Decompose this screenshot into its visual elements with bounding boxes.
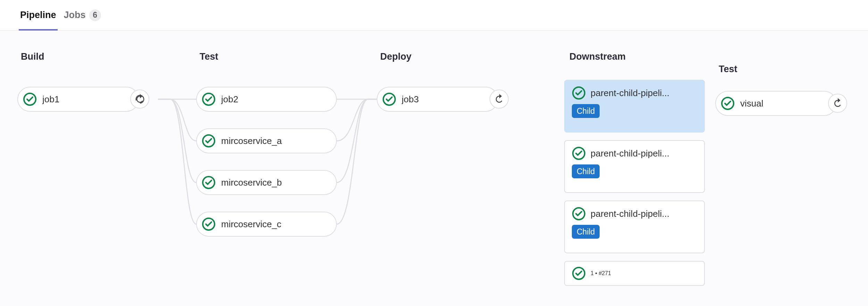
downstream-label: parent-child-pipeli... — [591, 88, 669, 99]
job-label: job1 — [42, 94, 132, 105]
status-success-icon — [572, 207, 586, 221]
status-success-icon — [23, 92, 37, 106]
status-success-icon — [572, 86, 586, 100]
downstream-label: parent-child-pipeli... — [591, 148, 669, 159]
tab-pipeline-label: Pipeline — [20, 10, 56, 20]
job-label: mircoservice_c — [221, 219, 330, 230]
stage-title-test: Test — [200, 51, 218, 62]
job-pill-visual[interactable]: visual — [715, 91, 837, 116]
tab-jobs[interactable]: Jobs 6 — [64, 0, 101, 30]
job-label: mircoservice_b — [221, 177, 330, 188]
status-success-icon — [202, 176, 216, 189]
status-success-icon — [202, 134, 216, 148]
job-label: mircoservice_a — [221, 136, 330, 146]
child-badge: Child — [572, 164, 600, 178]
downstream-card-2[interactable]: parent-child-pipeli... Child — [564, 140, 705, 193]
status-success-icon — [202, 92, 216, 106]
pipeline-tabs: Pipeline Jobs 6 — [0, 0, 868, 31]
job-pill-job3[interactable]: job3 — [377, 87, 498, 112]
tab-pipeline[interactable]: Pipeline — [20, 0, 56, 30]
status-success-icon — [382, 92, 396, 106]
status-success-icon — [572, 146, 586, 160]
pipeline-graph: Build Test Deploy Downstream Test job1 j… — [0, 31, 868, 306]
retry-job1-button[interactable] — [130, 90, 149, 109]
job-pill-job2[interactable]: job2 — [196, 87, 337, 112]
tab-jobs-count: 6 — [89, 9, 101, 21]
child-badge: Child — [572, 225, 600, 239]
status-success-icon — [721, 96, 735, 110]
retry-icon — [135, 94, 145, 104]
job-pill-microservice-a[interactable]: mircoservice_a — [196, 128, 337, 153]
child-badge: Child — [572, 104, 600, 118]
downstream-label: parent-child-pipeli... — [591, 209, 669, 219]
tab-jobs-label: Jobs — [64, 10, 86, 20]
status-success-icon — [572, 266, 586, 280]
retry-icon — [833, 98, 843, 109]
job-label: visual — [740, 98, 830, 109]
downstream-card-4[interactable]: 1 • #271 — [564, 261, 705, 286]
retry-job3-button[interactable] — [490, 90, 509, 109]
stage-title-child-test: Test — [719, 64, 737, 75]
retry-icon — [494, 94, 504, 104]
job-pill-microservice-c[interactable]: mircoservice_c — [196, 212, 337, 237]
pipeline-connectors — [0, 31, 868, 306]
downstream-card-3[interactable]: parent-child-pipeli... Child — [564, 201, 705, 253]
stage-title-build: Build — [21, 51, 44, 62]
status-success-icon — [202, 217, 216, 231]
downstream-card-1[interactable]: parent-child-pipeli... Child — [564, 80, 705, 133]
stage-title-deploy: Deploy — [380, 51, 411, 62]
downstream-label: 1 • #271 — [591, 270, 611, 277]
job-pill-microservice-b[interactable]: mircoservice_b — [196, 170, 337, 195]
job-pill-job1[interactable]: job1 — [17, 87, 139, 112]
stage-title-downstream: Downstream — [569, 51, 626, 62]
job-label: job3 — [402, 94, 491, 105]
retry-visual-button[interactable] — [828, 94, 847, 113]
job-label: job2 — [221, 94, 330, 105]
